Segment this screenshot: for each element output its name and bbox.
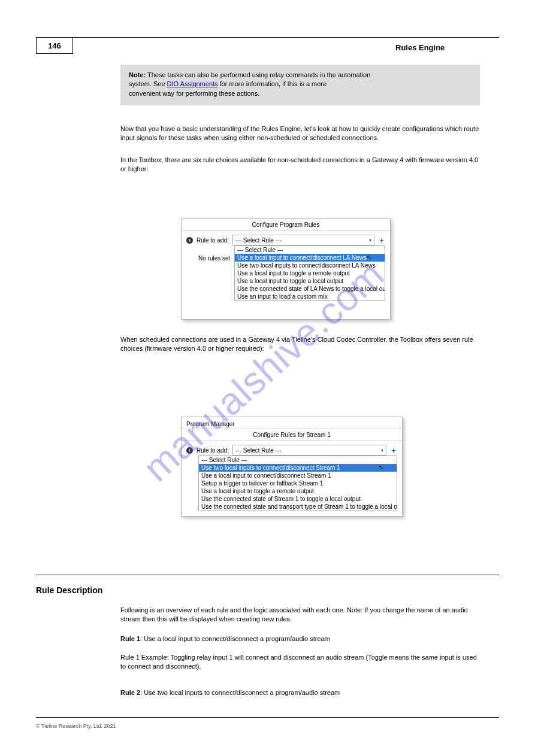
section-heading: Rule Description	[36, 585, 102, 595]
rule1-desc: : Use a local input to connect/disconnec…	[140, 635, 330, 642]
dropdown-option-label: Use two local inputs to connect/disconne…	[201, 464, 340, 471]
paragraph-3: When scheduled connections are used in a…	[120, 335, 480, 354]
rule1-block: Rule 1: Use a local input to connect/dis…	[120, 634, 480, 672]
paragraph-4: Following is an overview of each rule an…	[120, 606, 480, 624]
cursor-icon: ↖	[367, 254, 371, 260]
footer-copyright: © Tieline Research Pty. Ltd. 2021	[36, 723, 116, 729]
page-title: Rules Engine	[395, 43, 445, 52]
dropdown-option[interactable]: Use a local input to connect/disconnect …	[199, 472, 397, 479]
section-rule	[36, 575, 499, 575]
paragraph-1: Now that you have a basic understanding …	[120, 125, 480, 143]
rule-select[interactable]: --- Select Rule --- ▾	[232, 445, 386, 456]
rule1-title: Rule 1	[120, 635, 140, 642]
dropdown-option[interactable]: Use a local input to toggle a remote out…	[199, 487, 397, 495]
dropdown-option[interactable]: Use a local input to toggle a remote out…	[235, 269, 385, 277]
note-label: Note:	[129, 71, 146, 78]
rule2-desc: : Use two local inputs to connect/discon…	[140, 689, 340, 696]
rule-to-add-label: Rule to add:	[197, 447, 229, 454]
rule2-title: Rule 2	[120, 689, 140, 696]
dropdown-option[interactable]: Use two local inputs to connect/disconne…	[199, 464, 397, 472]
figure1-title: Configure Program Rules	[182, 219, 390, 231]
figure2-title: Configure Rules for Stream 1	[182, 429, 402, 441]
dropdown-option[interactable]: Use two local inputs to connect/disconne…	[235, 262, 385, 269]
program-manager-label: Program Manager	[182, 417, 402, 429]
dropdown-option[interactable]: Use the connected state of LA News to to…	[235, 285, 385, 293]
info-icon: i	[186, 237, 193, 244]
header-rule	[73, 37, 499, 38]
dropdown-option[interactable]: Use the connected state and transport ty…	[199, 503, 397, 511]
info-icon: i	[186, 447, 193, 454]
note-link[interactable]: DIO Assignments	[167, 80, 218, 87]
rule-select-value: --- Select Rule ---	[235, 237, 282, 244]
note-text-1: These tasks can also be performed using …	[147, 71, 370, 78]
page-number-box: 146	[36, 37, 73, 54]
rule-select[interactable]: --- Select Rule --- ▾	[232, 235, 374, 245]
cursor-icon: ↖	[379, 464, 383, 470]
dropdown-option[interactable]: Use an input to load a custom mix	[235, 293, 385, 300]
paragraph-2: In the Toolbox, there are six rule choic…	[120, 156, 480, 174]
dropdown-option[interactable]: Use the connected state of Stream 1 to t…	[199, 495, 397, 503]
add-rule-button[interactable]: +	[378, 236, 385, 245]
chevron-down-icon: ▾	[369, 238, 371, 243]
note-text-3: convenient way for performing these acti…	[129, 90, 259, 97]
footer-rule	[36, 717, 499, 718]
dropdown-option[interactable]: --- Select Rule ---	[199, 456, 397, 464]
rule-to-add-label: Rule to add:	[197, 237, 229, 244]
dropdown-option-label: Use a local input to connect/disconnect …	[237, 254, 367, 261]
rule2-block: Rule 2: Use two local inputs to connect/…	[120, 688, 480, 697]
note-text-after-link: for more information, if this is a more	[220, 80, 327, 87]
figure1-dropdown[interactable]: --- Select Rule --- Use a local input to…	[234, 245, 385, 301]
figure-non-scheduled-rules: Configure Program Rules i Rule to add: -…	[181, 218, 391, 320]
rule1-example: Rule 1 Example: Toggling relay input 1 w…	[120, 654, 477, 670]
dropdown-option[interactable]: Use a local input to toggle a local outp…	[235, 277, 385, 285]
dropdown-option[interactable]: Use a local input to connect/disconnect …	[235, 254, 385, 262]
rule-select-value: --- Select Rule ---	[235, 447, 282, 454]
figure-scheduled-rules: Program Manager Configure Rules for Stre…	[181, 417, 403, 517]
note-text-2: system. See	[129, 80, 165, 87]
dropdown-option[interactable]: Setup a trigger to failover or fallback …	[199, 479, 397, 487]
add-rule-button[interactable]: +	[390, 446, 397, 455]
figure2-dropdown[interactable]: --- Select Rule --- Use two local inputs…	[198, 456, 397, 511]
dropdown-option[interactable]: --- Select Rule ---	[235, 246, 385, 254]
note-box: Note: These tasks can also be performed …	[120, 65, 480, 105]
chevron-down-icon: ▾	[381, 448, 383, 453]
no-rules-text: No rules set	[182, 253, 235, 268]
page-number: 146	[48, 41, 61, 50]
